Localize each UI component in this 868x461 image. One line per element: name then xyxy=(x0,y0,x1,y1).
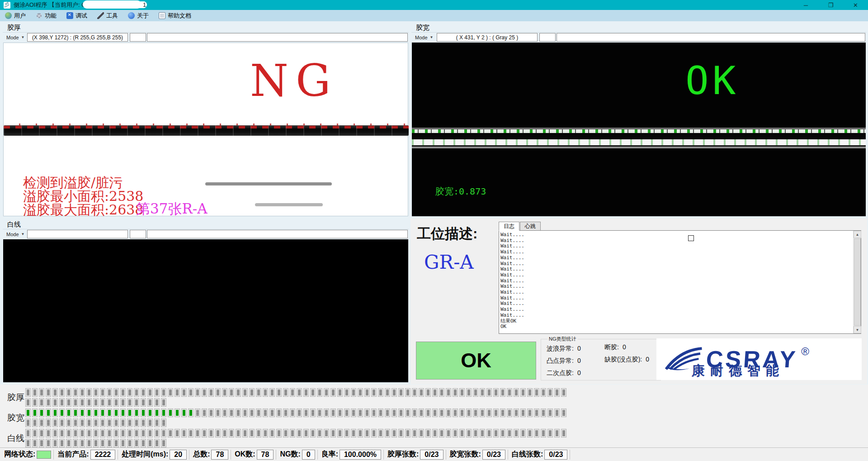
coord-readout-baixian xyxy=(27,230,128,238)
progress-group-jiaohou: 胶厚 xyxy=(0,388,588,407)
progress-cell xyxy=(215,388,221,397)
progress-cell xyxy=(480,429,485,437)
progress-cell xyxy=(439,429,444,437)
progress-cell xyxy=(86,429,92,437)
progress-cell xyxy=(392,388,397,397)
ng-stats-groupbox: NG类型统计 波浪异常:0凸点异常:0二次点胶:0 断胶:0缺胶(没点胶):0 xyxy=(541,339,661,380)
progress-cell xyxy=(141,429,146,437)
progress-cell xyxy=(222,388,227,397)
divider xyxy=(3,229,409,229)
ng-stat-row: 凸点异常:0 xyxy=(547,357,581,365)
progress-cell xyxy=(147,398,153,407)
progress-cell xyxy=(276,388,282,397)
progress-cell xyxy=(222,409,227,417)
progress-cell xyxy=(120,418,126,427)
image-view-baixian[interactable] xyxy=(3,239,408,382)
long-field-baixian[interactable] xyxy=(147,230,408,238)
progress-cell xyxy=(93,439,99,447)
menu-item-help-docs[interactable]: 帮助文档 xyxy=(154,10,196,21)
progress-cell xyxy=(351,388,356,397)
progress-cell xyxy=(107,418,112,427)
divider xyxy=(53,450,54,460)
progress-cell xyxy=(168,429,173,437)
ng-stat-value: 0 xyxy=(646,356,649,364)
tab-heartbeat[interactable]: 心跳 xyxy=(520,222,541,231)
progress-cell xyxy=(59,418,65,427)
ng-stat-label: 波浪异常: xyxy=(547,345,574,353)
mode-dropdown-jiaokuan[interactable]: Mode▼ xyxy=(413,33,435,42)
progress-cell xyxy=(161,398,166,407)
progress-cell xyxy=(181,429,187,437)
progress-cell xyxy=(256,388,261,397)
progress-cell xyxy=(236,388,241,397)
progress-cell xyxy=(269,388,275,397)
progress-cell xyxy=(66,418,71,427)
mode-dropdown-jiaohou[interactable]: Mode▼ xyxy=(5,33,26,42)
long-field-jiaohou[interactable] xyxy=(147,33,408,42)
progress-cell xyxy=(432,388,438,397)
long-field-jiaokuan[interactable] xyxy=(557,33,865,42)
result-status-button[interactable]: OK xyxy=(416,342,536,380)
progress-cell xyxy=(181,388,187,397)
progress-cell xyxy=(93,418,99,427)
progress-cell xyxy=(507,429,512,437)
log-line: Wait.... xyxy=(500,278,852,284)
scrollbar-thumb[interactable] xyxy=(854,238,861,326)
progress-cell xyxy=(25,388,31,397)
tab-log[interactable]: 日志 xyxy=(499,222,519,231)
progress-cell xyxy=(358,388,363,397)
progress-cell xyxy=(263,429,268,437)
menu-item-features[interactable]: 功能 xyxy=(31,10,61,21)
menu-item-about[interactable]: 关于 xyxy=(123,10,154,21)
progress-cell xyxy=(541,388,546,397)
progress-cell xyxy=(113,409,119,417)
log-line: 结果OK xyxy=(500,318,852,324)
ng-stat-value: 0 xyxy=(623,343,626,352)
brand-subtitle: 康耐德智能 xyxy=(692,362,784,380)
progress-cell xyxy=(175,409,180,417)
mode-dropdown-baixian[interactable]: Mode▼ xyxy=(5,230,26,238)
progress-cell xyxy=(371,429,377,437)
log-line: Wait.... xyxy=(500,295,852,301)
progress-cell xyxy=(236,429,241,437)
progress-cell xyxy=(453,429,458,437)
minimize-button[interactable]: ─ xyxy=(793,0,818,10)
progress-cell xyxy=(466,388,472,397)
progress-cell xyxy=(466,409,472,417)
chevron-down-icon: ▼ xyxy=(21,232,25,236)
progress-cell xyxy=(127,429,132,437)
close-button[interactable]: ✕ xyxy=(843,0,868,10)
progress-cell xyxy=(161,439,166,447)
progress-cell xyxy=(188,388,193,397)
small-field-jiaohou[interactable] xyxy=(130,33,146,42)
log-line: Wait.... xyxy=(500,249,852,255)
progress-cell xyxy=(25,429,31,437)
progress-cell xyxy=(93,409,99,417)
menu-item-tools[interactable]: 工具 xyxy=(92,10,123,21)
log-checkbox[interactable] xyxy=(688,235,694,241)
scroll-up-icon[interactable]: ▲ xyxy=(854,231,861,238)
progress-cell xyxy=(175,429,180,437)
measure-readout: 胶宽:0.873 xyxy=(435,185,486,198)
menu-item-debug[interactable]: 调试 xyxy=(61,10,92,21)
progress-cell xyxy=(52,418,58,427)
ng-stat-label: 二次点胶: xyxy=(547,369,574,377)
progress-cell xyxy=(32,398,38,407)
small-field-jiaokuan[interactable] xyxy=(539,33,556,42)
maximize-button[interactable]: ❐ xyxy=(818,0,843,10)
scroll-down-icon[interactable]: ▼ xyxy=(854,326,861,333)
log-line: Wait.... xyxy=(500,290,852,295)
progress-cell xyxy=(73,439,78,447)
image-view-jiaohou[interactable]: NG 检测到溢胶/脏污 溢胶最小面积:2538 溢胶最大面积:2638 第37张… xyxy=(3,43,408,216)
progress-cell xyxy=(459,388,465,397)
progress-cell xyxy=(520,388,526,397)
log-scrollbar[interactable]: ▲ ▼ xyxy=(853,231,861,333)
small-field-baixian[interactable] xyxy=(130,230,146,238)
panel-title-baixian: 白线 xyxy=(7,220,21,229)
registered-mark: ® xyxy=(801,345,809,357)
menu-item-user[interactable]: 用户 xyxy=(0,10,31,21)
progress-cell xyxy=(46,429,51,437)
image-view-jiaokuan[interactable]: OK 胶宽:0.873 xyxy=(412,43,866,216)
progress-cell xyxy=(100,439,105,447)
progress-cell xyxy=(107,409,112,417)
